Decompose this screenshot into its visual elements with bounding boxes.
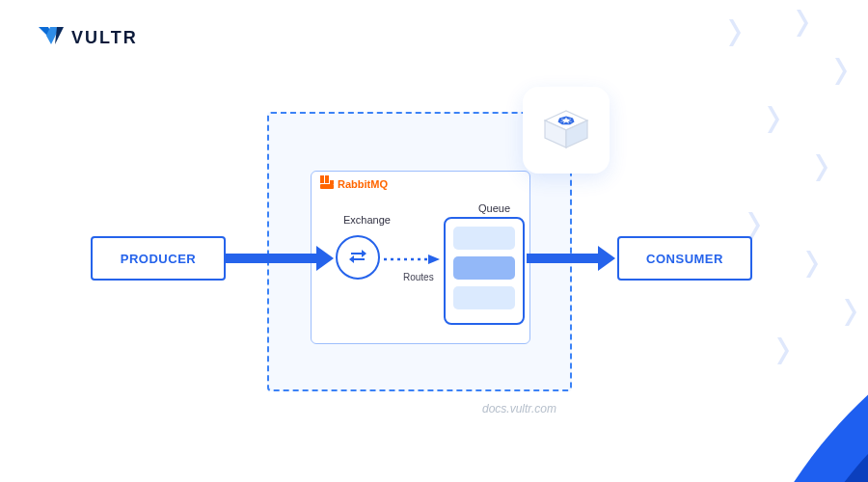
- queue-label: Queue: [478, 202, 510, 214]
- rabbitmq-label: RabbitMQ: [320, 175, 388, 193]
- rabbitmq-text: RabbitMQ: [338, 178, 388, 190]
- vultr-logo-icon: [39, 27, 64, 48]
- brand-name: VULTR: [71, 28, 138, 48]
- svg-rect-0: [320, 175, 324, 183]
- svg-rect-2: [320, 184, 334, 189]
- brand-logo: VULTR: [39, 27, 138, 48]
- arrow-producer-to-exchange: [226, 251, 334, 266]
- queue-box: [444, 217, 525, 325]
- consumer-node: CONSUMER: [617, 236, 752, 281]
- swap-arrows-icon: [347, 245, 368, 270]
- queue-message: [453, 286, 515, 309]
- routes-label: Routes: [403, 272, 434, 282]
- producer-label: PRODUCER: [121, 252, 196, 266]
- decorative-corner-swoosh: [675, 347, 868, 482]
- svg-rect-3: [330, 180, 334, 184]
- kubernetes-cube-icon: [535, 101, 597, 159]
- queue-message: [453, 256, 515, 280]
- exchange-label: Exchange: [343, 214, 391, 226]
- watermark: docs.vultr.com: [482, 402, 556, 415]
- routes-arrow: [384, 254, 440, 264]
- arrow-queue-to-consumer: [527, 251, 615, 266]
- svg-rect-1: [325, 175, 329, 183]
- consumer-label: CONSUMER: [646, 252, 723, 266]
- queue-message: [453, 227, 515, 250]
- rabbitmq-icon: [320, 175, 334, 193]
- producer-node: PRODUCER: [91, 236, 226, 281]
- exchange-node: [336, 235, 380, 280]
- kubernetes-badge: [523, 87, 610, 174]
